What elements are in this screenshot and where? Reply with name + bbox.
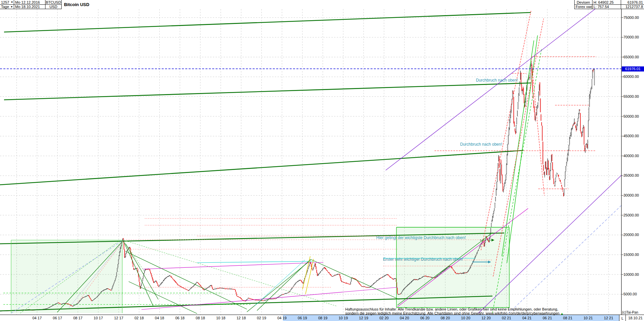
end-date-field[interactable]: Mo 18.10.2021 bbox=[14, 5, 45, 9]
triangle-up-icon: ▲ bbox=[560, 312, 564, 315]
feed-value: Forex vwd bbox=[576, 5, 593, 9]
date-tick-label: 06 17 bbox=[53, 316, 62, 320]
period-dropdown[interactable]: Tage ▼ bbox=[0, 5, 14, 9]
feed-cell: Forex vwd bbox=[574, 5, 592, 9]
page-title: Bitcoin USD bbox=[64, 0, 89, 9]
date-tick-label: 12 17 bbox=[114, 316, 124, 320]
date-tick-label: 04 19 bbox=[277, 316, 287, 320]
date-tick-label: 08 19 bbox=[318, 316, 328, 320]
price-tick-label: 70000.00 bbox=[623, 35, 639, 39]
volume-value: 1212737.8 bbox=[625, 5, 643, 9]
date-tick-label: 10 18 bbox=[216, 316, 226, 320]
market-cell: Devisen bbox=[574, 0, 592, 5]
high-value: H: 64902.25 bbox=[593, 0, 614, 4]
start-date-field[interactable]: Mo 12.12.2016 bbox=[14, 0, 45, 5]
last-date-label: 18.10.21 bbox=[628, 316, 643, 320]
currency-cell: USD bbox=[45, 5, 62, 9]
bars-count-value: 1257 bbox=[1, 0, 9, 4]
date-tick-label: 08 20 bbox=[441, 316, 450, 320]
date-tick-label: 04 21 bbox=[522, 316, 532, 320]
last-bar-button[interactable]: L bbox=[619, 315, 626, 321]
price-tick-label: 25000.00 bbox=[623, 213, 639, 217]
price-tick-label: 15000.00 bbox=[623, 253, 639, 257]
disclaimer-text: Haftungsausschluss für Inhalte: Alle Tre… bbox=[345, 307, 564, 316]
chevron-down-icon: ▼ bbox=[10, 5, 13, 8]
date-tick-label: 12 19 bbox=[359, 316, 368, 320]
chevron-down-icon: ▼ bbox=[10, 1, 13, 4]
date-tick-label: 02 19 bbox=[257, 316, 266, 320]
symbol-value: BTCUSD bbox=[46, 0, 61, 4]
symbol-cell: BTCUSD bbox=[45, 0, 62, 5]
price-tick-label: 40000.00 bbox=[623, 154, 639, 158]
taipan-chart-window: 1257 ▼ Mo 12.12.2016 BTCUSD Tage ▼ Mo 18… bbox=[0, 0, 644, 321]
date-tick-label: 08 18 bbox=[196, 316, 205, 320]
volume-cell: 1212737.8 bbox=[621, 5, 644, 9]
current-price-label: 61976.01 bbox=[622, 66, 644, 71]
price-tick-label: 10000.00 bbox=[623, 272, 639, 276]
annotation-text-4: Erster sehr wichtiger Durchbruch nach ob… bbox=[383, 257, 463, 262]
last-price-value: 61976.01 bbox=[627, 0, 643, 4]
date-tick-label: 04 18 bbox=[155, 316, 164, 320]
copyright-label: (c)Tai-Pan bbox=[622, 310, 638, 314]
chart-canvas[interactable] bbox=[0, 0, 644, 321]
currency-value: USD bbox=[50, 5, 57, 9]
date-tick-label: 08 17 bbox=[73, 316, 83, 320]
price-tick-label: 65000.00 bbox=[623, 55, 639, 59]
date-tick-label: 04 17 bbox=[32, 316, 42, 320]
price-tick-label: 55000.00 bbox=[623, 94, 639, 98]
low-cell: L: 757.54 bbox=[592, 5, 621, 9]
date-tick-label: 10 17 bbox=[94, 316, 103, 320]
date-tick-label: 12 20 bbox=[481, 316, 491, 320]
period-value: Tage bbox=[1, 5, 9, 9]
price-tick-label: 45000.00 bbox=[623, 134, 639, 138]
date-tick-label: 04 20 bbox=[400, 316, 409, 320]
price-tick-label: 20000.00 bbox=[623, 233, 639, 237]
date-tick-label: 12 21 bbox=[604, 316, 613, 320]
price-tick-label: 30000.00 bbox=[623, 193, 639, 197]
date-tick-label: 10 19 bbox=[339, 316, 348, 320]
date-tick-label: 02 18 bbox=[134, 316, 144, 320]
start-date-value: Mo 12.12.2016 bbox=[15, 0, 40, 4]
price-tick-label: 60000.00 bbox=[623, 75, 639, 79]
low-value: L: 757.54 bbox=[593, 5, 609, 9]
price-tick-label: 35000.00 bbox=[623, 173, 639, 177]
annotation-text-2: Durchbruch nach oben! bbox=[460, 142, 502, 147]
price-tick-label: 50000.00 bbox=[623, 114, 639, 118]
date-tick-label: 10 20 bbox=[461, 316, 471, 320]
annotation-text-1: Durchbruch nach oben! bbox=[476, 78, 518, 83]
date-tick-label: 12 18 bbox=[236, 316, 246, 320]
bars-count-dropdown[interactable]: 1257 ▼ bbox=[0, 0, 14, 5]
date-tick-label: 06 20 bbox=[420, 316, 430, 320]
last-price-cell: 61976.01 bbox=[621, 0, 644, 5]
high-cell: H: 64902.25 bbox=[592, 0, 621, 5]
annotation-text-3: Hier gelingt der wichtigste Durchbruch n… bbox=[376, 235, 465, 240]
disclaimer-line2: sondern die zeigen lediglich meine Einsc… bbox=[345, 311, 564, 316]
date-tick-label: 02 21 bbox=[502, 316, 511, 320]
disclaimer-line1: Haftungsausschluss für Inhalte: Alle Tre… bbox=[345, 307, 564, 311]
date-tick-label: 06 18 bbox=[175, 316, 185, 320]
date-tick-label: 02 20 bbox=[379, 316, 389, 320]
date-tick-label: 10 21 bbox=[583, 316, 593, 320]
market-value: Devisen bbox=[577, 0, 590, 4]
price-tick-label: 5000.00 bbox=[623, 292, 637, 296]
date-tick-label: 06 19 bbox=[298, 316, 307, 320]
end-date-value: Mo 18.10.2021 bbox=[15, 5, 40, 9]
date-tick-label: 08 21 bbox=[563, 316, 573, 320]
price-tick-label: 75000.00 bbox=[623, 16, 639, 20]
date-tick-label: 06 21 bbox=[543, 316, 552, 320]
